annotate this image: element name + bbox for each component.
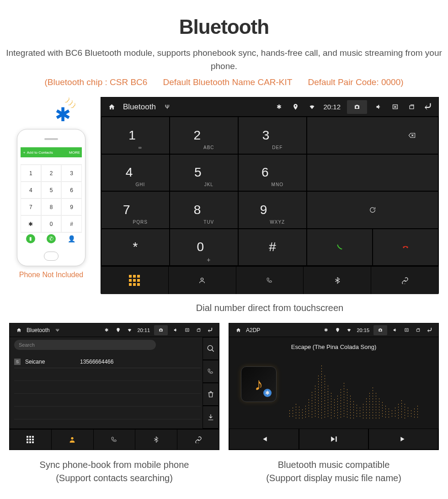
key-5[interactable]: 5JKL xyxy=(170,154,238,192)
close-app-icon[interactable] xyxy=(390,103,400,110)
wifi-icon xyxy=(345,327,352,333)
nav-contacts[interactable] xyxy=(52,429,94,450)
phone-not-included-label: Phone Not Included xyxy=(15,271,88,279)
prev-track-button[interactable] xyxy=(229,429,299,450)
next-track-button[interactable] xyxy=(368,429,438,450)
phone-illustration: ＋ Add to Contacts MORE 123 456 789 ✱0# ▮… xyxy=(17,129,85,266)
bluetooth-icon xyxy=(153,436,160,443)
volume-icon[interactable] xyxy=(172,327,179,333)
bluetooth-signal-icon: ✱ ⟯⟯⟯ xyxy=(55,103,71,126)
screenshot-button[interactable] xyxy=(154,325,168,335)
phone-more-label: MORE xyxy=(69,150,80,155)
nav-calllog[interactable] xyxy=(236,267,304,294)
screenshot-button[interactable] xyxy=(373,325,387,335)
recent-apps-icon[interactable] xyxy=(406,103,416,110)
nav-calllog[interactable] xyxy=(94,429,136,450)
backspace-button[interactable] xyxy=(307,117,438,154)
nav-keypad[interactable] xyxy=(10,429,52,450)
search-placeholder: Search xyxy=(19,342,35,348)
phone-video-icon: ▮ xyxy=(26,234,35,243)
screenshot-button[interactable] xyxy=(347,100,367,114)
key-7[interactable]: 7PQRS xyxy=(101,191,170,229)
key-2[interactable]: 2ABC xyxy=(170,117,238,154)
spec-chip: (Bluetooth chip : CSR BC6 xyxy=(44,77,147,87)
home-icon[interactable] xyxy=(15,327,22,333)
usb-icon: Ψ xyxy=(54,328,61,333)
caption-phonebook: Sync phone-book from mobile phone(Suppor… xyxy=(9,458,219,485)
volume-icon[interactable] xyxy=(373,103,384,110)
back-icon[interactable]: ⤶ xyxy=(423,100,433,114)
player-controls xyxy=(229,429,438,450)
album-art-icon: ♪ ✱ xyxy=(241,366,277,402)
person-icon xyxy=(196,277,208,284)
contact-name: Seicane xyxy=(25,359,80,365)
location-icon xyxy=(290,103,300,110)
bottom-nav xyxy=(101,266,438,294)
phone-contact-icon: 👤 xyxy=(67,234,76,243)
headunit-a2dp: A2DP ✱ 20:15 ⤶ Escape (The Pina Colada S… xyxy=(229,323,439,450)
contact-row[interactable]: S Seicane 13566664466 xyxy=(14,355,201,368)
nav-keypad[interactable] xyxy=(101,267,169,294)
key-4[interactable]: 4GHI xyxy=(101,154,170,192)
bluetooth-icon: ✱ xyxy=(103,327,110,333)
key-star[interactable]: * xyxy=(101,229,170,266)
home-icon[interactable] xyxy=(235,327,242,333)
key-9[interactable]: 9WXYZ xyxy=(238,191,307,229)
statusbar-title: Bluetooth xyxy=(27,327,50,333)
page-subtitle: Integrated with BC6 Bluetooth module, su… xyxy=(0,47,448,73)
key-1[interactable]: 1∞ xyxy=(101,117,170,154)
side-delete-button[interactable] xyxy=(203,383,219,406)
phone-icon xyxy=(110,436,118,443)
music-note-icon: ♪ xyxy=(255,375,263,394)
recent-apps-icon[interactable] xyxy=(414,327,421,333)
key-8[interactable]: 8TUV xyxy=(170,191,238,229)
statusbar-title: A2DP xyxy=(246,327,260,333)
nav-contacts[interactable] xyxy=(169,267,236,294)
call-button[interactable] xyxy=(307,229,373,266)
key-6[interactable]: 6MNO xyxy=(238,154,307,192)
search-input[interactable]: Search xyxy=(14,340,156,350)
contact-initial: S xyxy=(14,359,21,365)
spec-line: (Bluetooth chip : CSR BC6 Default Blueto… xyxy=(0,77,448,87)
clock-time: 20:11 xyxy=(137,327,150,333)
link-icon xyxy=(399,277,411,284)
empty-rows xyxy=(14,368,201,419)
nav-bluetooth[interactable] xyxy=(304,267,371,294)
phone-call-icon: ✆ xyxy=(47,234,56,243)
bottom-nav xyxy=(10,429,219,450)
location-icon xyxy=(334,327,341,333)
volume-icon[interactable] xyxy=(391,327,399,333)
nav-pair[interactable] xyxy=(371,267,438,294)
keypad-icon xyxy=(129,275,140,286)
side-actions xyxy=(203,337,219,429)
nav-pair[interactable] xyxy=(177,429,219,450)
headunit-phonebook: Bluetooth Ψ ✱ 20:11 ⤶ Search S Seicane 1… xyxy=(9,323,219,450)
key-3[interactable]: 3DEF xyxy=(238,117,307,154)
side-search-button[interactable] xyxy=(203,337,219,360)
spec-paircode: Default Pair Code: 0000) xyxy=(308,77,403,87)
back-icon[interactable]: ⤶ xyxy=(206,325,213,335)
back-icon[interactable]: ⤶ xyxy=(426,325,433,335)
play-pause-button[interactable] xyxy=(299,429,369,450)
recent-apps-icon[interactable] xyxy=(195,327,202,333)
close-app-icon[interactable] xyxy=(403,327,410,333)
contact-number: 13566664466 xyxy=(80,359,113,365)
home-icon[interactable] xyxy=(107,103,117,110)
person-icon xyxy=(68,436,76,443)
phone-addcontact-label: ＋ Add to Contacts xyxy=(22,150,53,155)
side-download-button[interactable] xyxy=(203,406,219,429)
close-app-icon[interactable] xyxy=(183,327,191,333)
key-0[interactable]: 0+ xyxy=(170,229,238,266)
bluetooth-icon: ✱ xyxy=(322,327,330,333)
track-title: Escape (The Pina Colada Song) xyxy=(229,343,438,350)
nav-bluetooth[interactable] xyxy=(135,429,177,450)
bluetooth-icon xyxy=(332,277,342,284)
statusbar: A2DP ✱ 20:15 ⤶ xyxy=(229,323,438,337)
hangup-button[interactable] xyxy=(373,229,438,266)
clock-time: 20:12 xyxy=(323,103,341,111)
redial-button[interactable] xyxy=(307,191,438,229)
key-hash[interactable]: # xyxy=(238,229,307,266)
side-call-button[interactable] xyxy=(203,360,219,383)
statusbar: Bluetooth Ψ ✱ 20:12 ⤶ xyxy=(101,97,438,117)
empty-cell xyxy=(307,154,438,192)
